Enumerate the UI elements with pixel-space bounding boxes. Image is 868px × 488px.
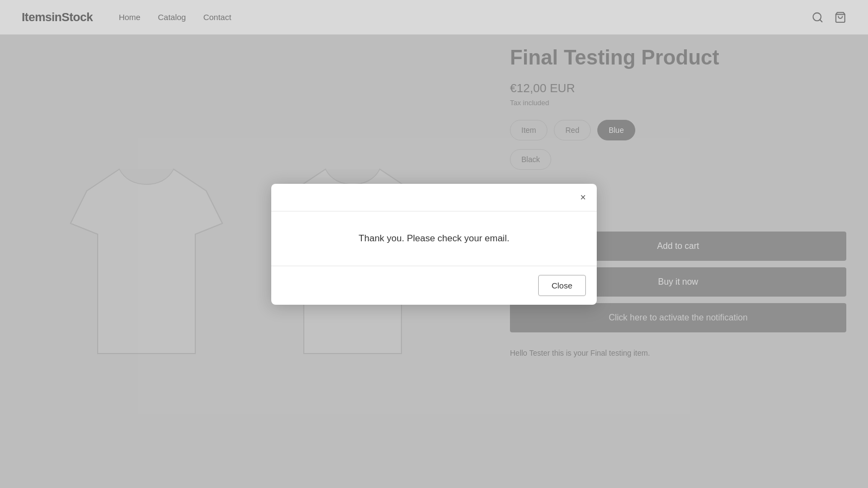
modal-header: ×: [271, 184, 597, 211]
modal-close-x-button[interactable]: ×: [580, 192, 586, 202]
modal-close-button[interactable]: Close: [538, 275, 586, 296]
modal-footer: Close: [271, 266, 597, 305]
modal-overlay: × Thank you. Please check your email. Cl…: [0, 0, 868, 488]
modal-message: Thank you. Please check your email.: [288, 233, 580, 244]
confirmation-modal: × Thank you. Please check your email. Cl…: [271, 184, 597, 305]
modal-body: Thank you. Please check your email.: [271, 211, 597, 266]
